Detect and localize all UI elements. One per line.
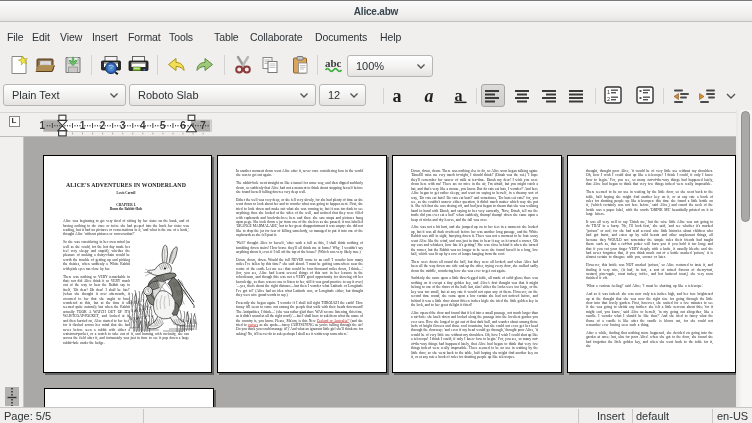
- svg-text:2: 2: [100, 120, 106, 131]
- svg-text:abc: abc: [325, 57, 342, 69]
- svg-text:1: 1: [80, 120, 86, 131]
- svg-text:5: 5: [160, 120, 166, 131]
- svg-text:4: 4: [140, 120, 146, 131]
- svg-text:3: 3: [120, 120, 126, 131]
- svg-text:1: 1: [607, 89, 610, 95]
- svg-text:7: 7: [200, 120, 206, 131]
- svg-text:1: 1: [40, 120, 46, 131]
- svg-text:a: a: [425, 88, 434, 104]
- svg-text:2: 2: [607, 96, 610, 102]
- svg-text:6: 6: [180, 120, 186, 131]
- svg-text:a: a: [393, 88, 402, 104]
- svg-text:a: a: [455, 88, 463, 104]
